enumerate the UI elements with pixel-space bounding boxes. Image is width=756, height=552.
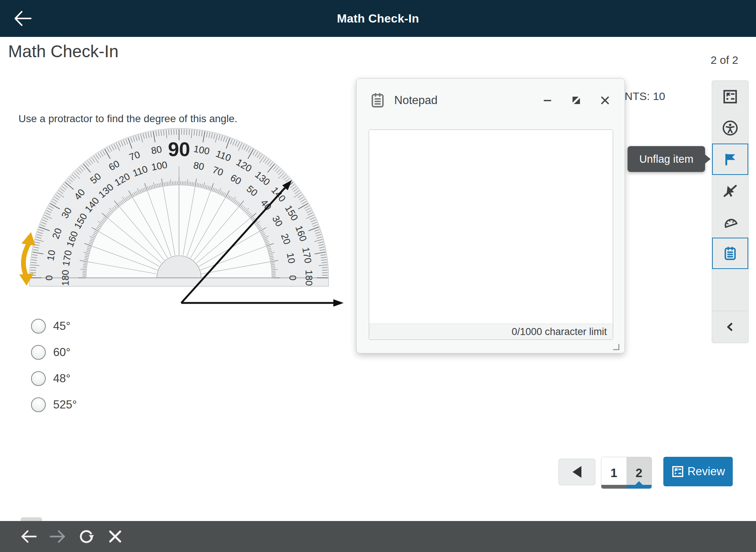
browser-toolbar [0, 521, 756, 552]
answer-eliminator-tool-button[interactable] [712, 175, 748, 206]
notepad-icon [722, 246, 738, 261]
question-prompt: Use a protractor to find the degree of t… [18, 113, 237, 125]
pager-item-1[interactable]: 1 [601, 457, 626, 489]
page-title: Math Check-In [8, 41, 118, 61]
flag-tool-button[interactable] [712, 144, 748, 175]
previous-arrow-icon [573, 466, 581, 478]
pager-item-label: 2 [636, 466, 642, 480]
sidebar-collapse-button[interactable] [712, 311, 748, 343]
character-counter: 0/1000 character limit [369, 324, 613, 339]
notepad-title: Notepad [394, 94, 437, 107]
notepad-close-button[interactable] [599, 94, 611, 107]
chevron-left-icon [724, 321, 736, 333]
answer-option-4[interactable]: 525° [31, 397, 77, 413]
notepad-icon [369, 92, 386, 109]
notepad-tool-button[interactable] [712, 238, 748, 269]
flag-icon [722, 152, 738, 167]
notepad-dialog: Notepad 0/1000 character limit [356, 78, 625, 353]
toolbar-close-button[interactable] [106, 527, 125, 546]
toolbar-refresh-button[interactable] [77, 527, 96, 546]
svg-text:10: 10 [45, 249, 58, 262]
svg-text:180: 180 [303, 270, 315, 286]
notepad-controls [541, 79, 611, 122]
notepad-text-region: 0/1000 character limit [369, 130, 613, 340]
protractor-tool-button[interactable] [712, 206, 748, 238]
review-icon [671, 465, 684, 478]
refresh-icon [77, 527, 96, 546]
answer-eliminator-icon [722, 183, 738, 199]
notepad-resize-handle[interactable] [613, 344, 619, 350]
notepad-textarea[interactable] [369, 130, 613, 324]
option-label: 525° [53, 398, 77, 411]
accessibility-tool-button[interactable] [712, 112, 748, 144]
svg-text:0: 0 [287, 275, 298, 280]
pager-item-2[interactable]: 2 [626, 457, 652, 489]
radio-button[interactable] [31, 397, 46, 412]
back-arrow-icon [20, 527, 38, 546]
option-label: 48° [53, 372, 71, 385]
item-pager: 1 2 [601, 457, 652, 489]
expand-icon [571, 95, 582, 106]
points-label: NTS: 10 [625, 90, 665, 103]
review-button-label: Review [687, 465, 725, 478]
review-button[interactable]: Review [663, 457, 733, 486]
radio-button[interactable] [31, 345, 46, 360]
toolbar-forward-button[interactable] [48, 527, 67, 546]
answer-option-3[interactable]: 48° [31, 370, 77, 387]
svg-text:90: 90 [168, 138, 190, 160]
tooltip-text: Unflag item [639, 153, 694, 165]
svg-text:0: 0 [44, 275, 55, 280]
unflag-tooltip: Unflag item [628, 146, 705, 172]
sidebar-spacer [712, 269, 748, 311]
review-icon [722, 89, 738, 105]
radio-button[interactable] [31, 371, 46, 386]
answer-option-2[interactable]: 60° [31, 344, 77, 360]
notepad-dialog-header[interactable]: Notepad [357, 79, 625, 122]
answer-options: 45° 60° 48° 525° [31, 318, 77, 413]
toolbar-back-button[interactable] [19, 527, 38, 546]
previous-item-button[interactable] [559, 459, 595, 485]
pager-item-label: 1 [611, 466, 617, 480]
header-title: Math Check-In [337, 12, 419, 25]
svg-text:80: 80 [150, 144, 163, 156]
svg-text:180: 180 [60, 270, 71, 286]
testnav-app: Math Check-In Math Check-In 2 of 2 NTS: … [0, 0, 756, 552]
header-back-button[interactable] [11, 7, 35, 30]
back-arrow-icon [13, 9, 32, 28]
answer-option-1[interactable]: 45° [31, 318, 77, 334]
minimize-icon [542, 95, 553, 106]
review-tool-button[interactable] [712, 81, 748, 112]
svg-text:80: 80 [193, 159, 205, 172]
option-label: 45° [53, 320, 71, 333]
pager-item-underline [626, 485, 652, 489]
page-progress: 2 of 2 [711, 54, 738, 66]
tools-sidebar [712, 80, 749, 343]
app-header: Math Check-In [0, 0, 756, 37]
forward-arrow-icon [48, 527, 67, 546]
option-label: 60° [53, 346, 71, 359]
protractor-icon [719, 211, 741, 233]
accessibility-icon [722, 120, 739, 137]
close-icon [599, 95, 611, 106]
notepad-minimize-button[interactable] [541, 94, 554, 107]
protractor-figure: 1800170101602015030140401305012060110701… [11, 125, 358, 325]
radio-button[interactable] [31, 319, 46, 334]
notepad-expand-button[interactable] [570, 94, 583, 107]
svg-text:10: 10 [285, 252, 298, 265]
pager-item-underline [601, 485, 626, 489]
close-icon [107, 528, 124, 545]
